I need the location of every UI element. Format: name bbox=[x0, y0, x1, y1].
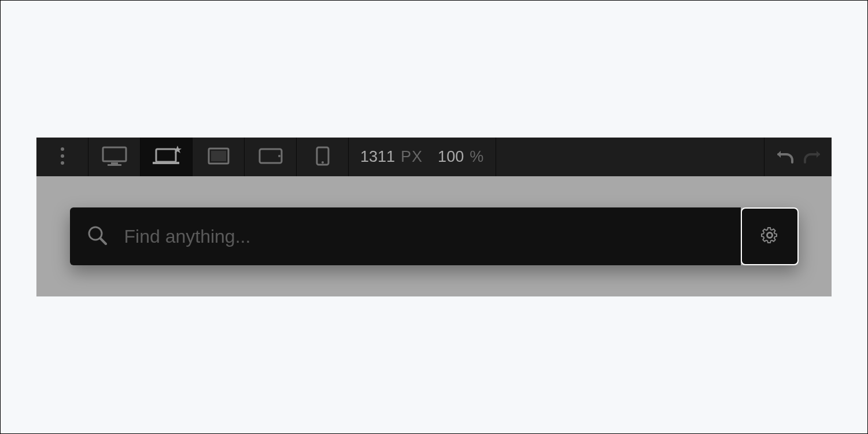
app-frame: 1311 PX 100 % bbox=[36, 138, 832, 296]
search-icon bbox=[87, 225, 107, 247]
redo-icon bbox=[804, 149, 821, 164]
more-vertical-icon bbox=[60, 147, 65, 168]
tablet-landscape-icon bbox=[208, 147, 230, 167]
device-toolbar: 1311 PX 100 % bbox=[36, 138, 832, 176]
svg-rect-3 bbox=[103, 147, 126, 161]
svg-line-16 bbox=[101, 239, 106, 244]
svg-point-0 bbox=[61, 147, 64, 151]
search-bar[interactable] bbox=[70, 207, 741, 265]
more-options-button[interactable] bbox=[36, 138, 88, 176]
desktop-icon bbox=[102, 146, 127, 168]
history-controls bbox=[764, 138, 832, 176]
device-laptop-button[interactable] bbox=[141, 138, 193, 176]
undo-icon bbox=[776, 149, 793, 164]
gear-icon bbox=[761, 227, 778, 246]
toolbar-spacer bbox=[496, 138, 764, 176]
viewport-width-value[interactable]: 1311 bbox=[360, 148, 395, 166]
zoom-unit: % bbox=[470, 148, 484, 166]
svg-rect-4 bbox=[111, 162, 118, 164]
viewport-readout: 1311 PX 100 % bbox=[349, 138, 496, 176]
svg-rect-7 bbox=[153, 162, 179, 164]
svg-point-14 bbox=[322, 161, 324, 164]
device-tablet-portrait-button[interactable] bbox=[245, 138, 297, 176]
zoom-value[interactable]: 100 bbox=[438, 148, 464, 166]
search-container bbox=[70, 207, 799, 265]
laptop-star-icon bbox=[152, 146, 182, 169]
tablet-portrait-icon bbox=[258, 148, 283, 166]
svg-point-1 bbox=[61, 154, 64, 158]
undo-button[interactable] bbox=[776, 149, 793, 166]
redo-button[interactable] bbox=[804, 149, 821, 166]
svg-rect-5 bbox=[108, 164, 121, 166]
search-settings-button[interactable] bbox=[741, 207, 799, 265]
svg-point-12 bbox=[278, 155, 280, 157]
preview-canvas bbox=[36, 176, 832, 296]
svg-point-2 bbox=[61, 161, 64, 165]
phone-icon bbox=[316, 146, 330, 168]
svg-rect-6 bbox=[156, 149, 176, 162]
device-tablet-landscape-button[interactable] bbox=[193, 138, 245, 176]
svg-marker-8 bbox=[173, 146, 182, 153]
viewport-width-unit: PX bbox=[401, 148, 423, 166]
device-desktop-button[interactable] bbox=[88, 138, 141, 176]
search-input[interactable] bbox=[124, 226, 723, 247]
svg-rect-10 bbox=[211, 151, 226, 161]
device-phone-button[interactable] bbox=[297, 138, 349, 176]
